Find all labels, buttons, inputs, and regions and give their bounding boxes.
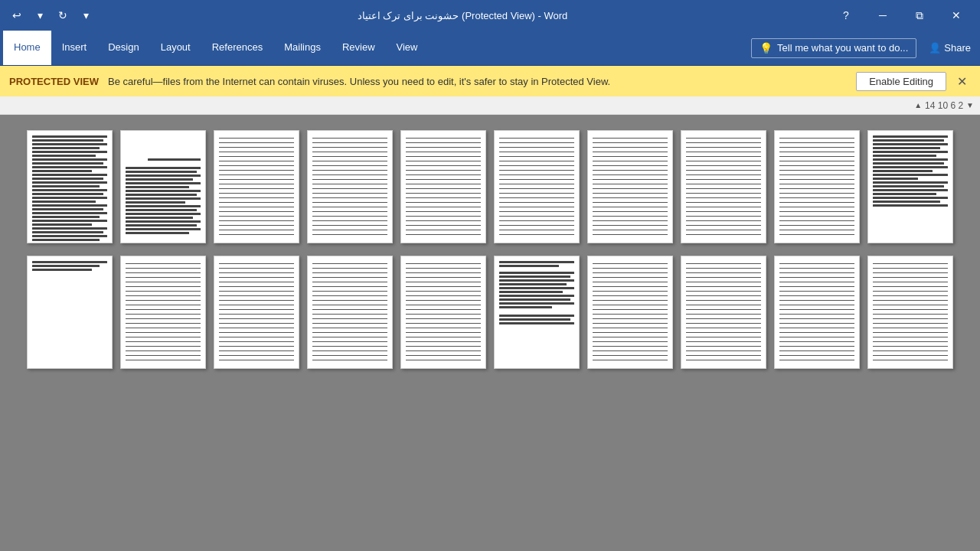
page-thumbnail-3[interactable] bbox=[214, 130, 299, 243]
page-thumbnail-18[interactable] bbox=[681, 256, 766, 369]
page-thumbnail-11[interactable] bbox=[27, 256, 113, 369]
minimize-button[interactable]: ─ bbox=[865, 0, 900, 31]
page-thumbnail-20[interactable] bbox=[867, 256, 953, 369]
lightbulb-icon: 💡 bbox=[760, 42, 773, 54]
protected-view-close-button[interactable]: ✕ bbox=[952, 72, 971, 90]
tab-home-label: Home bbox=[14, 41, 41, 53]
page-thumbnail-14[interactable] bbox=[307, 256, 393, 369]
protected-view-message: Be careful—files from the Internet can c… bbox=[108, 76, 850, 87]
search-placeholder: Tell me what you want to do... bbox=[777, 42, 908, 54]
close-button[interactable]: ✕ bbox=[939, 0, 974, 31]
page-thumbnail-4[interactable] bbox=[307, 130, 393, 243]
share-button[interactable]: 👤 Share bbox=[923, 39, 977, 57]
customize-quick-access[interactable]: ▾ bbox=[75, 5, 96, 26]
page-thumbnail-12[interactable] bbox=[120, 256, 206, 369]
tab-layout-label: Layout bbox=[161, 41, 191, 53]
restore-button[interactable]: ⧉ bbox=[902, 0, 937, 31]
tab-design-label: Design bbox=[108, 41, 139, 53]
tab-layout[interactable]: Layout bbox=[150, 31, 201, 65]
document-canvas[interactable] bbox=[0, 115, 980, 551]
tab-insert[interactable]: Insert bbox=[51, 31, 98, 65]
scroll-controls-top: ▲ 14 10 6 2 ▼ bbox=[0, 96, 980, 115]
page-thumbnail-16[interactable] bbox=[494, 256, 580, 369]
page-thumbnail-5[interactable] bbox=[400, 130, 486, 243]
protected-view-bar: PROTECTED VIEW Be careful—files from the… bbox=[0, 66, 980, 96]
page-thumbnail-9[interactable] bbox=[774, 130, 860, 243]
undo-dropdown[interactable]: ▾ bbox=[29, 5, 51, 26]
enable-editing-button[interactable]: Enable Editing bbox=[856, 72, 946, 91]
page-thumbnail-6[interactable] bbox=[494, 130, 580, 243]
page-thumbnail-2[interactable] bbox=[120, 130, 206, 243]
ribbon: Home Insert Design Layout References Mai… bbox=[0, 31, 980, 66]
quick-access-toolbar: ↩ ▾ ↻ ▾ bbox=[6, 5, 96, 26]
scroll-numbers: ▲ 14 10 6 2 ▼ bbox=[914, 100, 974, 111]
tab-review[interactable]: Review bbox=[332, 31, 386, 65]
page-thumbnail-19[interactable] bbox=[774, 256, 860, 369]
tab-insert-label: Insert bbox=[62, 41, 87, 53]
title-bar-left: ↩ ▾ ↻ ▾ bbox=[6, 5, 96, 26]
tab-view-label: View bbox=[397, 41, 418, 53]
redo-button[interactable]: ↻ bbox=[52, 5, 74, 26]
title-bar: ↩ ▾ ↻ ▾ حشونت برای ترک اعتیاد (Protected… bbox=[0, 0, 980, 31]
tab-references[interactable]: References bbox=[201, 31, 273, 65]
tab-review-label: Review bbox=[342, 41, 375, 53]
page-row-2 bbox=[12, 256, 968, 369]
tab-view[interactable]: View bbox=[386, 31, 429, 65]
tab-mailings-label: Mailings bbox=[284, 41, 321, 53]
help-button[interactable]: ? bbox=[828, 0, 864, 31]
window-controls: ? ─ ⧉ ✕ bbox=[828, 0, 974, 31]
window-title: حشونت برای ترک اعتیاد (Protected View) -… bbox=[96, 10, 828, 21]
title-text: حشونت برای ترک اعتیاد (Protected View) -… bbox=[358, 10, 568, 21]
page-thumbnail-1[interactable] bbox=[27, 130, 113, 243]
scroll-down-icon[interactable]: ▼ bbox=[966, 101, 974, 109]
undo-button[interactable]: ↩ bbox=[6, 5, 28, 26]
page-thumbnail-7[interactable] bbox=[587, 130, 673, 243]
person-icon: 👤 bbox=[929, 42, 941, 54]
tab-references-label: References bbox=[212, 41, 263, 53]
scroll-position: 14 10 6 2 bbox=[925, 100, 963, 111]
page-thumbnail-8[interactable] bbox=[681, 130, 766, 243]
search-box[interactable]: 💡 Tell me what you want to do... bbox=[751, 38, 916, 58]
page-thumbnail-10[interactable] bbox=[867, 130, 953, 243]
tab-home[interactable]: Home bbox=[3, 31, 51, 65]
scroll-up-icon[interactable]: ▲ bbox=[914, 101, 922, 109]
page-thumbnail-15[interactable] bbox=[400, 256, 486, 369]
page-thumbnail-13[interactable] bbox=[214, 256, 299, 369]
page-thumbnail-17[interactable] bbox=[587, 256, 673, 369]
share-label: Share bbox=[944, 42, 971, 54]
tab-mailings[interactable]: Mailings bbox=[273, 31, 332, 65]
page-row-1 bbox=[12, 130, 968, 243]
protected-view-label: PROTECTED VIEW bbox=[9, 76, 99, 87]
tab-design[interactable]: Design bbox=[97, 31, 149, 65]
